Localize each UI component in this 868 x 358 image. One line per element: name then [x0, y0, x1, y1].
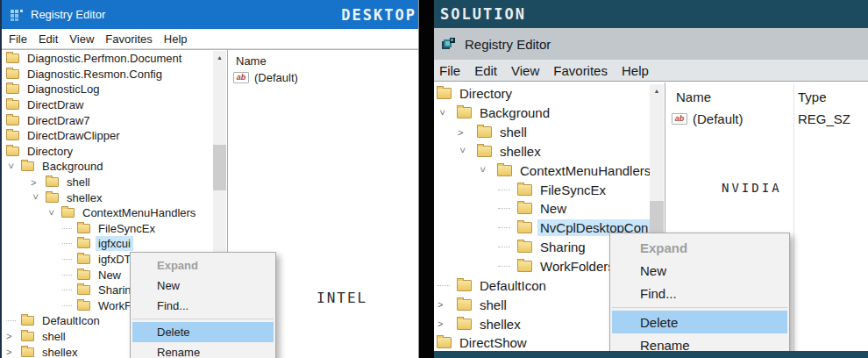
chevron-down-icon[interactable]: > [31, 194, 41, 209]
folder-icon [21, 316, 34, 326]
tree-item-label: DirectDrawClipper [25, 128, 122, 143]
scroll-up-icon[interactable]: ▲ [213, 51, 226, 64]
folder-icon [457, 319, 472, 330]
tree-item[interactable]: DiagnosticLog [4, 82, 213, 97]
tree-connector [438, 285, 450, 286]
tree-item[interactable]: DirectDraw [4, 97, 213, 113]
menu-view[interactable]: View [511, 63, 539, 78]
menu-view[interactable]: View [69, 32, 94, 46]
menu-favorites[interactable]: Favorites [105, 32, 152, 46]
tree-item-label: Background [477, 104, 552, 121]
folder-icon [497, 165, 512, 176]
tree-item-label: shellex [64, 190, 104, 205]
value-row[interactable]: ab(Default)REG_SZ [672, 111, 868, 126]
menu-edit[interactable]: Edit [474, 63, 497, 78]
tree-item[interactable]: Directory [435, 84, 650, 104]
menu-favorites[interactable]: Favorites [553, 63, 608, 78]
context-menu-item-expand[interactable]: Expand [131, 255, 275, 276]
tree-connector [498, 227, 510, 228]
tree-item[interactable]: Diagnostic.Resmon.Config [4, 67, 213, 82]
menu-separator [612, 307, 787, 308]
chevron-right-icon[interactable]: > [438, 299, 457, 310]
scrollbar-thumb[interactable] [213, 145, 226, 190]
right-titlebar: Registry Editor [434, 28, 868, 60]
tree-item-label: shell [497, 124, 530, 140]
menu-edit[interactable]: Edit [39, 32, 58, 46]
tree-connector [62, 275, 72, 276]
tree-connector [498, 208, 510, 209]
folder-icon [477, 126, 492, 138]
chevron-down-icon[interactable]: > [46, 210, 57, 225]
chevron-right-icon[interactable]: > [6, 331, 21, 341]
chevron-down-icon[interactable]: > [438, 110, 448, 129]
chevron-right-icon[interactable]: > [6, 347, 21, 357]
column-header-name[interactable]: Name [676, 90, 711, 104]
tree-item[interactable]: New [435, 199, 650, 218]
tree-item[interactable]: Directory [4, 144, 213, 160]
chevron-down-icon[interactable]: > [458, 147, 468, 167]
context-menu-item-find[interactable]: Find... [131, 296, 275, 316]
context-menu-item-new[interactable]: New [610, 259, 789, 282]
tree-item-label: New [96, 268, 124, 283]
tree-item-label: shellex [39, 345, 80, 358]
folder-icon [477, 146, 492, 157]
value-row[interactable]: ab(Default) [233, 71, 418, 84]
tree-item[interactable]: FileSyncEx [435, 180, 650, 199]
tree-item[interactable]: >Background [435, 104, 650, 123]
tree-connector [62, 259, 72, 260]
tree-connector [62, 305, 72, 306]
tree-item-label: DiagnosticLog [25, 82, 102, 97]
solution-watermark: SOLUTION [440, 5, 526, 23]
folder-icon [46, 177, 59, 187]
tree-item[interactable]: FileSyncEx [4, 221, 213, 237]
tree-item[interactable]: >shellex [4, 190, 213, 205]
menu-file[interactable]: File [439, 63, 460, 78]
tree-item-label: FileSyncEx [96, 221, 158, 236]
chevron-right-icon[interactable]: > [31, 177, 46, 188]
tree-item-label: New [537, 200, 569, 217]
chevron-down-icon[interactable]: > [478, 167, 488, 186]
divider-bar [419, 0, 434, 358]
chevron-right-icon[interactable]: > [438, 319, 457, 329]
folder-icon [517, 261, 532, 272]
folder-icon [6, 84, 19, 94]
string-value-icon: ab [672, 113, 687, 125]
context-menu-item-find[interactable]: Find... [610, 282, 789, 304]
tree-item-label: Sharing [537, 239, 588, 255]
tree-item[interactable]: Diagnostic.Perfmon.Document [4, 51, 213, 67]
tree-item[interactable]: DirectDrawClipper [4, 128, 213, 144]
context-menu-item-delete[interactable]: Delete [612, 311, 787, 333]
menu-help[interactable]: Help [622, 63, 649, 78]
folder-icon [6, 54, 19, 63]
folder-icon [517, 222, 532, 233]
tree-item[interactable]: DirectDraw7 [4, 112, 213, 128]
tree-connector [62, 243, 72, 244]
folder-icon [77, 224, 90, 233]
folder-icon [77, 254, 90, 264]
menu-file[interactable]: File [9, 32, 27, 46]
tree-item-label: shellex [497, 143, 544, 160]
menu-help[interactable]: Help [164, 32, 188, 46]
context-menu-item-rename[interactable]: Rename [131, 342, 275, 358]
folder-icon [77, 239, 90, 248]
chevron-right-icon[interactable]: > [458, 127, 477, 138]
column-header-type[interactable]: Type [798, 90, 827, 104]
context-menu-item-new[interactable]: New [131, 276, 275, 296]
column-header-name[interactable]: Name [236, 54, 267, 68]
tree-item[interactable]: >shell [4, 175, 213, 190]
window-title: Registry Editor [465, 37, 551, 52]
chevron-down-icon[interactable]: > [6, 163, 17, 178]
scroll-up-icon[interactable]: ▲ [650, 84, 664, 97]
regedit-app-icon [10, 8, 24, 22]
tree-item[interactable]: >shell [435, 123, 650, 142]
menu-separator [132, 319, 274, 319]
context-menu-item-expand[interactable]: Expand [610, 236, 789, 259]
tree-item[interactable]: >shellex [435, 142, 650, 161]
folder-icon [6, 131, 19, 140]
tree-item[interactable]: >Background [4, 159, 213, 175]
left-titlebar: Registry Editor DESKTOP [2, 0, 418, 29]
left-values-list: ab(Default) [229, 71, 418, 84]
folder-icon [77, 301, 90, 311]
tree-item[interactable]: igfxcui [4, 236, 213, 252]
context-menu-item-delete[interactable]: Delete [132, 322, 274, 342]
